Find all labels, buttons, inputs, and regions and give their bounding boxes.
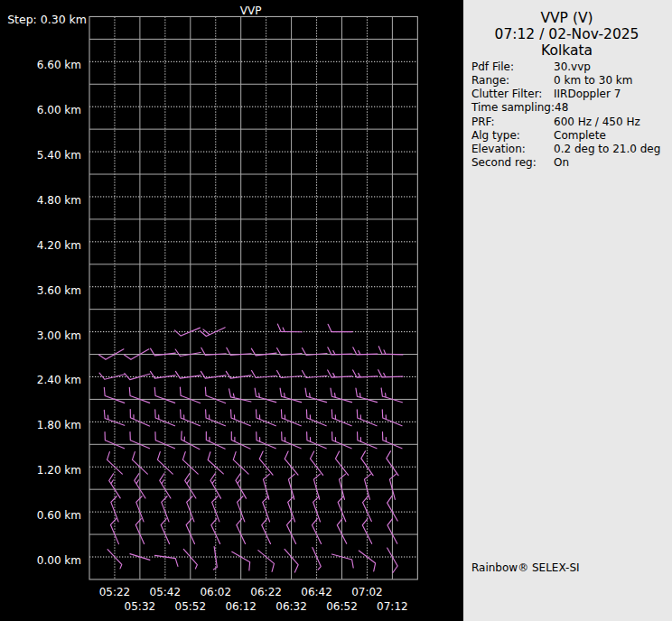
y-axis-label: 4.80 km: [37, 194, 81, 207]
step-label: Step: 0.30 km: [7, 13, 87, 26]
param-label: Alg type:: [471, 129, 554, 143]
param-value: Complete: [554, 129, 672, 143]
y-axis-label: 0.00 km: [37, 554, 81, 567]
chart-title: VVP: [240, 5, 262, 17]
param-row: Clutter Filter:IIRDoppler 7: [471, 88, 672, 101]
x-axis-label: 06:02: [200, 586, 231, 598]
wind-barb: [328, 324, 352, 331]
x-axis-label: 07:12: [377, 600, 408, 613]
wind-barb: [201, 348, 226, 355]
x-axis-label: 06:42: [301, 586, 332, 598]
wind-barb: [175, 371, 201, 378]
parameter-list: Pdf File:30.vvpRange:0 km to 30 kmClutte…: [471, 60, 672, 170]
y-axis-label: 0.60 km: [37, 509, 81, 522]
param-row: Time sampling:48: [471, 101, 672, 115]
param-row: PRF:600 Hz / 450 Hz: [471, 116, 672, 129]
wind-barb: [277, 371, 303, 378]
wind-barb: [331, 388, 352, 402]
wind-barb: [328, 370, 352, 377]
y-axis-label: 1.20 km: [37, 464, 81, 477]
product-title: VVP (V): [463, 10, 670, 26]
x-axis-label: 05:42: [150, 586, 182, 598]
wind-barb: [107, 452, 123, 474]
x-axis-label: 06:12: [225, 600, 257, 613]
wind-barb: [157, 452, 173, 474]
wind-barb: [302, 348, 327, 356]
param-label: Range:: [471, 74, 554, 88]
param-row: Elevation:0.2 deg to 21.0 deg: [471, 143, 672, 156]
wind-barb: [305, 388, 327, 402]
param-value: 0 km to 30 km: [554, 74, 672, 88]
param-label: PRF:: [471, 116, 554, 129]
y-axis-label: 2.40 km: [37, 374, 81, 386]
wind-barb: [378, 347, 403, 355]
y-axis-label: 1.80 km: [37, 419, 81, 431]
y-axis-label: 4.20 km: [37, 239, 81, 252]
wind-barb: [227, 348, 251, 355]
wind-barb: [99, 373, 125, 379]
wind-barb: [353, 370, 378, 377]
x-axis-label: 06:52: [326, 600, 358, 613]
param-row: Pdf File:30.vvp: [471, 60, 672, 74]
param-label: Time sampling:: [471, 101, 555, 115]
wind-barb: [381, 388, 402, 403]
param-value: IIRDoppler 7: [554, 88, 672, 101]
wind-barb: [252, 371, 277, 378]
wind-barb: [302, 371, 327, 378]
wind-barb: [340, 474, 346, 499]
chart-canvas: VVPStep: 0.30 km0.00 km0.60 km1.20 km1.8…: [0, 0, 463, 621]
wind-barb: [328, 348, 352, 355]
x-axis-label: 05:52: [175, 600, 207, 613]
x-axis-label: 05:22: [99, 586, 131, 598]
x-axis-label: 07:02: [351, 586, 383, 598]
wind-barb: [389, 474, 396, 499]
param-row: Alg type:Complete: [471, 129, 672, 143]
param-value: 0.2 deg to 21.0 deg: [554, 143, 672, 156]
wind-barb: [259, 451, 273, 475]
param-label: Second reg:: [471, 156, 554, 170]
param-row: Second reg:On: [471, 156, 672, 170]
y-axis-label: 3.00 km: [37, 329, 81, 342]
brand-footer: Rainbow® SELEX-SI: [471, 561, 580, 575]
wind-barb: [363, 496, 372, 522]
wind-barb: [280, 388, 302, 402]
wind-barb: [277, 348, 303, 356]
wind-barb: [205, 387, 225, 403]
wind-barb: [310, 451, 322, 475]
param-label: Elevation:: [471, 143, 554, 156]
y-axis-label: 3.60 km: [37, 284, 81, 297]
wind-barb: [356, 388, 378, 402]
x-axis-label: 05:32: [125, 600, 156, 613]
param-value: 30.vvp: [554, 60, 672, 74]
product-datetime: 07:12 / 02-Nov-2025: [463, 26, 670, 42]
param-row: Range:0 km to 30 km: [471, 74, 672, 88]
x-axis-label: 06:22: [250, 586, 282, 598]
wind-barb: [201, 371, 226, 378]
wind-barb: [331, 554, 353, 568]
wind-barb: [353, 348, 378, 355]
wind-profile-chart: VVPStep: 0.30 km0.00 km0.60 km1.20 km1.8…: [0, 0, 463, 621]
param-label: Clutter Filter:: [471, 88, 554, 101]
wind-barb: [175, 349, 201, 357]
param-label: Pdf File:: [471, 60, 554, 74]
wind-barb: [364, 474, 370, 499]
y-axis-label: 5.40 km: [37, 149, 81, 162]
wind-barb: [208, 452, 223, 474]
wind-barb: [255, 388, 276, 402]
product-info-panel: VVP (V) 07:12 / 02-Nov-2025 Kolkata Pdf …: [463, 0, 672, 621]
site-name: Kolkata: [463, 42, 670, 59]
y-axis-label: 6.00 km: [37, 104, 81, 116]
param-value: On: [554, 156, 672, 170]
panel-header: VVP (V) 07:12 / 02-Nov-2025 Kolkata: [463, 10, 670, 60]
wind-barb: [104, 387, 124, 403]
wind-barb: [213, 547, 217, 570]
wind-barb: [154, 387, 174, 403]
x-axis-label: 06:32: [275, 600, 307, 613]
wind-barb: [277, 324, 302, 332]
param-value: 600 Hz / 450 Hz: [554, 116, 672, 129]
wind-barb: [378, 370, 403, 377]
vvp-window: VVPStep: 0.30 km0.00 km0.60 km1.20 km1.8…: [0, 0, 672, 621]
y-axis-label: 6.60 km: [37, 59, 81, 71]
param-value: 48: [555, 101, 672, 115]
